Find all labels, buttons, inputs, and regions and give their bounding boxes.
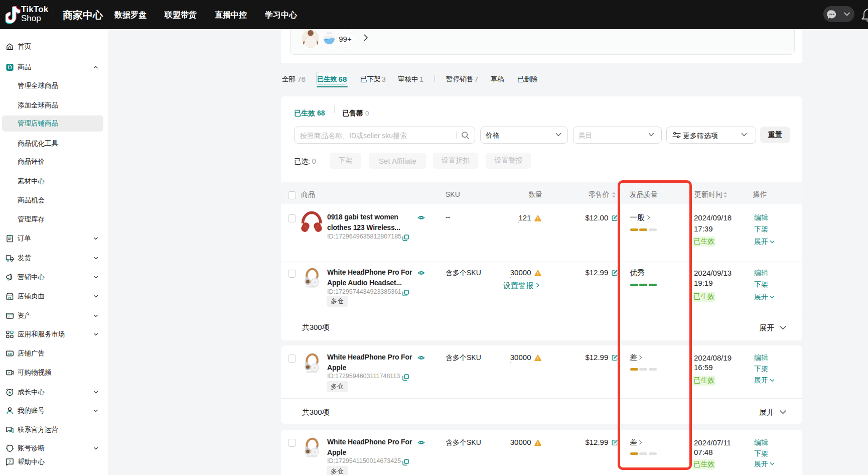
svg-text:?: ? bbox=[9, 459, 11, 463]
svg-text:AD: AD bbox=[8, 352, 12, 355]
